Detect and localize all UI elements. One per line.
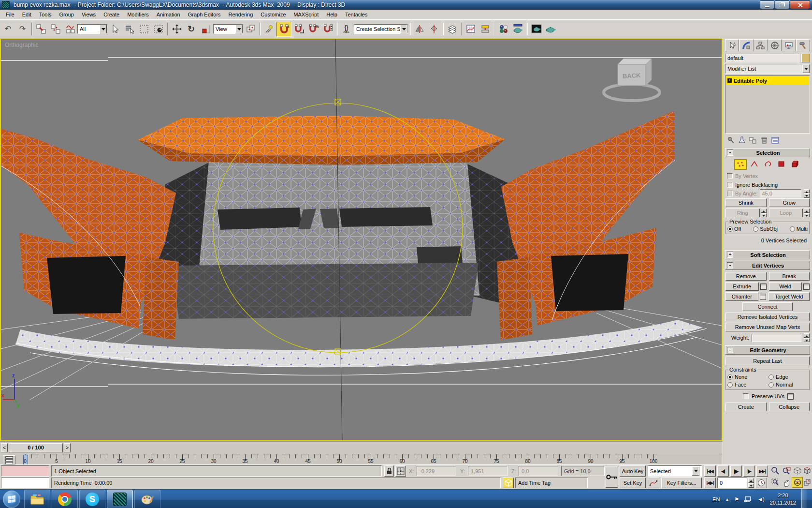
menu-maxscript[interactable]: MAXScript	[290, 11, 322, 18]
selection-rollout-header[interactable]: - Selection	[725, 148, 810, 157]
network-icon[interactable]	[744, 496, 752, 503]
viewport-canvas[interactable]: BACK z x y Orthographic	[1, 39, 722, 440]
edit-geometry-header[interactable]: - Edit Geometry	[725, 345, 810, 355]
quick-render-button[interactable]	[544, 22, 558, 36]
maxscript-mini-listener-white[interactable]	[1, 478, 49, 488]
menu-file[interactable]: File	[2, 11, 18, 18]
configure-modifier-sets-button[interactable]	[770, 136, 780, 145]
tab-display[interactable]	[782, 39, 796, 51]
edit-vertices-header[interactable]: - Edit Vertices	[725, 261, 810, 270]
extrude-button[interactable]: Extrude	[725, 282, 759, 291]
spinner-snap-toggle-button[interactable]	[321, 22, 335, 36]
soft-selection-header[interactable]: + Soft Selection	[725, 250, 810, 259]
key-filters-button[interactable]: Key Filters...	[661, 478, 702, 488]
weld-settings-button[interactable]	[803, 284, 810, 290]
selection-filter-dropdown[interactable]: All	[77, 24, 107, 34]
layer-manager-button[interactable]	[445, 22, 459, 36]
curve-editor-button[interactable]	[464, 22, 478, 36]
make-unique-button[interactable]	[748, 136, 758, 145]
material-editor-button[interactable]	[496, 22, 510, 36]
tab-create[interactable]	[725, 39, 739, 51]
select-and-rotate-button[interactable]: ↻	[184, 22, 198, 36]
preview-subobj-option[interactable]: SubObj	[753, 226, 778, 232]
dropdown-arrow-icon[interactable]	[100, 25, 107, 33]
y-coordinate-field[interactable]: 1,951	[468, 466, 508, 476]
viewport-label[interactable]: Orthographic	[5, 42, 38, 48]
remove-modifier-button[interactable]	[759, 136, 769, 145]
time-slider-handle[interactable]: 0 / 100	[9, 443, 63, 452]
set-key-button[interactable]: Set Key	[620, 478, 646, 488]
menu-modifiers[interactable]: Modifiers	[123, 11, 153, 18]
percent-snap-toggle-button[interactable]: %	[306, 22, 320, 36]
next-frame-small-button[interactable]: >	[64, 443, 71, 452]
named-selection-set-dropdown[interactable]: Create Selection Set	[354, 24, 408, 34]
element-subobject-button[interactable]	[789, 159, 801, 169]
previous-frame-small-button[interactable]: <	[1, 443, 8, 452]
object-color-swatch[interactable]	[801, 54, 810, 62]
mirror-button[interactable]	[412, 22, 426, 36]
key-mode-toggle-button[interactable]: |◀▶|	[704, 478, 716, 488]
constraint-normal-option[interactable]: Normal	[768, 382, 808, 388]
play-animation-button[interactable]: ▶	[730, 465, 742, 477]
connect-button[interactable]: Connect	[742, 302, 793, 311]
weight-spinner[interactable]	[804, 333, 810, 342]
vertex-subobject-button[interactable]	[734, 159, 747, 170]
pin-stack-button[interactable]	[726, 136, 736, 145]
normal-radio[interactable]	[768, 382, 774, 388]
tab-motion[interactable]	[768, 39, 782, 51]
reference-coordinate-system-dropdown[interactable]: View	[213, 24, 243, 34]
render-setup-button[interactable]	[511, 22, 525, 36]
collapse-icon[interactable]: -	[727, 149, 733, 156]
menu-graph-editors[interactable]: Graph Editors	[184, 11, 225, 18]
menu-rendering[interactable]: Rendering	[225, 11, 257, 18]
close-button[interactable]	[790, 0, 810, 9]
border-subobject-button[interactable]	[762, 159, 774, 169]
go-to-end-button[interactable]: ▶▶|	[756, 465, 768, 477]
modifier-list-dropdown[interactable]: Modifier List	[725, 64, 810, 74]
face-radio[interactable]	[727, 382, 733, 388]
taskbar-item-skype[interactable]: S	[79, 490, 105, 508]
collapse-button[interactable]: Collapse	[769, 403, 810, 411]
dropdown-arrow-icon[interactable]	[802, 64, 810, 73]
select-and-link-button[interactable]	[34, 22, 48, 36]
zoom-all-button[interactable]	[781, 465, 792, 476]
align-button[interactable]	[427, 22, 441, 36]
maximize-viewport-toggle-button[interactable]	[803, 477, 811, 488]
action-center-flag-icon[interactable]: ⚑	[734, 496, 739, 503]
region-zoom-button[interactable]	[769, 477, 781, 488]
show-desktop-button[interactable]	[801, 489, 807, 508]
minimize-button[interactable]	[760, 0, 774, 9]
absolute-offset-mode-toggle[interactable]	[395, 465, 406, 477]
set-keys-button[interactable]	[606, 466, 618, 488]
object-name-field[interactable]: default	[725, 54, 799, 62]
default-in-out-tangents-button[interactable]	[648, 478, 659, 488]
extrude-settings-button[interactable]	[760, 284, 767, 290]
preview-off-option[interactable]: Off	[727, 226, 741, 232]
edge-radio[interactable]	[768, 374, 774, 380]
collapse-icon[interactable]: -	[727, 262, 733, 269]
preserve-uvs-settings-button[interactable]	[787, 393, 794, 400]
menu-help[interactable]: Help	[322, 11, 341, 18]
x-coordinate-field[interactable]: -0,229	[417, 466, 456, 476]
edit-named-selection-sets-button[interactable]: {} ABC	[339, 22, 353, 36]
create-button[interactable]: Create	[725, 403, 767, 411]
constraint-none-option[interactable]: None	[727, 374, 767, 380]
pan-view-button[interactable]	[781, 477, 792, 488]
by-angle-spinner[interactable]	[804, 189, 810, 198]
viewport-orthographic[interactable]: BACK z x y Orthographic	[0, 38, 723, 441]
none-radio[interactable]	[727, 374, 733, 380]
select-object-button[interactable]	[108, 22, 122, 36]
constraint-edge-option[interactable]: Edge	[768, 374, 808, 380]
expand-stack-icon[interactable]: +	[727, 78, 732, 83]
taskbar-item-3dsmax[interactable]	[107, 490, 133, 508]
by-angle-checkbox[interactable]	[727, 191, 733, 196]
menu-customize[interactable]: Customize	[257, 11, 290, 18]
preview-subobj-radio[interactable]	[753, 226, 758, 232]
menu-group[interactable]: Group	[55, 11, 78, 18]
go-to-start-button[interactable]: |◀◀	[704, 465, 716, 477]
bind-to-space-warp-button[interactable]	[63, 22, 77, 36]
grow-button[interactable]: Grow	[769, 198, 810, 207]
maxscript-mini-listener-pink[interactable]	[1, 465, 49, 477]
weld-button[interactable]: Weld	[769, 282, 802, 291]
viewcube-arcball[interactable]: BACK	[604, 59, 660, 101]
